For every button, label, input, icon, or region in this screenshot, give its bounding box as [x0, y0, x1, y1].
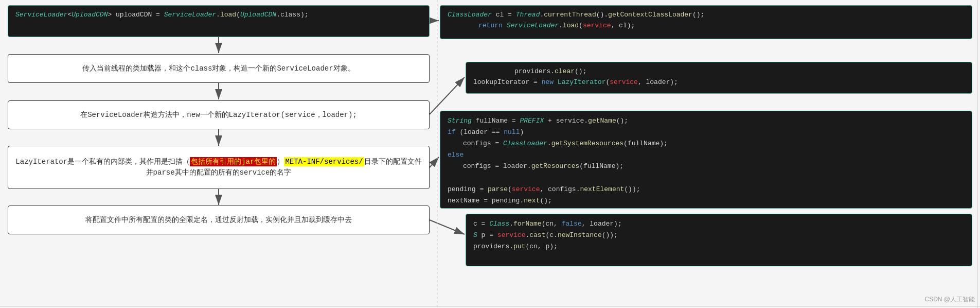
code-box-4-line2: S p = service.cast(c.newInstance());: [473, 230, 618, 241]
flow-box-1: ServiceLoader<UploadCDN> uploadCDN = Ser…: [8, 5, 430, 37]
code-box-3-line2: if (loader == null): [448, 127, 524, 138]
flow-box-4: LazyIterator是一个私有的内部类，其作用是扫描（包括所有引用的jar包…: [8, 146, 430, 189]
svg-line-8: [430, 220, 465, 234]
code-box-3-line6: [448, 172, 452, 183]
code-box-2-line2: lookupIterator = new LazyIterator(servic…: [473, 77, 678, 88]
code-box-3-line7: pending = parse(service, configs.nextEle…: [448, 184, 640, 195]
code-box-3: String fullName = PREFIX + service.getNa…: [440, 111, 972, 209]
flow-box-3: 在ServiceLoader构造方法中，new一个新的LazyIterator(…: [8, 100, 430, 129]
code-line-1: ServiceLoader<UploadCDN> uploadCDN = Ser…: [15, 10, 309, 20]
flow-box-2: 传入当前线程的类加载器，和这个class对象，构造一个新的ServiceLoad…: [8, 54, 430, 83]
code-box-3-line3: configs = ClassLoader.getSystemResources…: [448, 138, 668, 149]
flow-box-5: 将配置文件中所有配置的类的全限定名，通过反射加载，实例化并且加载到缓存中去: [8, 206, 430, 234]
code-box-2-line1: providers.clear();: [473, 66, 586, 77]
flow-text-4a: LazyIterator是一个私有的内部类，其作用是扫描（包括所有引用的jar包…: [14, 157, 423, 178]
flow-text-3: 在ServiceLoader构造方法中，new一个新的LazyIterator(…: [80, 110, 357, 121]
diagram-container: ServiceLoader<UploadCDN> uploadCDN = Ser…: [0, 0, 980, 308]
code-box-4-line1: c = Class.forName(cn, false, loader);: [473, 218, 622, 230]
code-box-2: providers.clear(); lookupIterator = new …: [466, 62, 972, 94]
code-box-4-line3: providers.put(cn, p);: [473, 241, 558, 252]
code-box-4: c = Class.forName(cn, false, loader); S …: [466, 214, 972, 266]
watermark: CSDN @人工智能: [924, 295, 975, 304]
svg-line-7: [430, 157, 439, 167]
code-box-1-line2: return ServiceLoader.load(service, cl);: [448, 21, 635, 31]
code-box-3-line5: configs = loader.getResources(fullName);: [448, 161, 623, 172]
code-box-3-line8: nextName = pending.next();: [448, 195, 552, 207]
flow-text-5: 将配置文件中所有配置的类的全限定名，通过反射加载，实例化并且加载到缓存中去: [85, 215, 352, 226]
svg-line-6: [430, 77, 465, 114]
code-box-1-line1: ClassLoader cl = Thread.currentThread().…: [448, 10, 704, 21]
code-box-3-line4: else: [448, 149, 464, 161]
code-token: ServiceLoader: [15, 11, 67, 19]
code-box-1: ClassLoader cl = Thread.currentThread().…: [440, 5, 972, 39]
flow-text-2: 传入当前线程的类加载器，和这个class对象，构造一个新的ServiceLoad…: [82, 63, 354, 74]
code-box-3-line1: String fullName = PREFIX + service.getNa…: [448, 115, 628, 127]
